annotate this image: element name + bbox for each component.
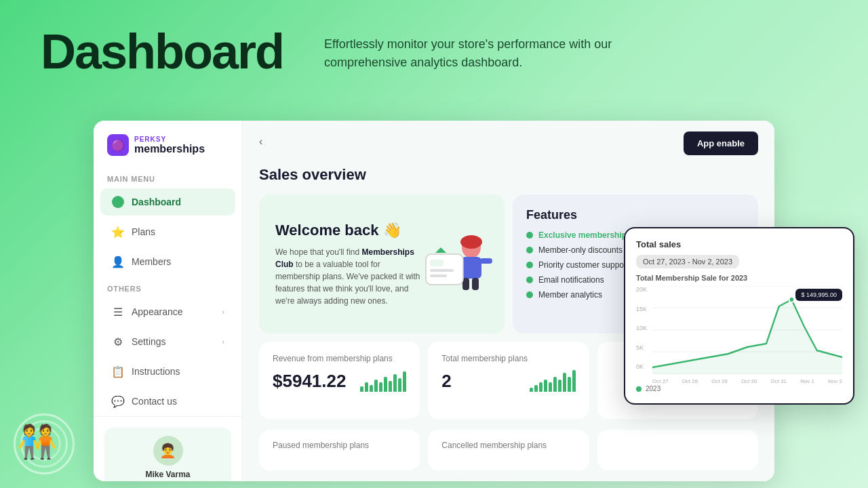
bar [370, 385, 373, 392]
paused-label: Paused membership plans [273, 441, 406, 450]
feature-dot [526, 277, 533, 283]
feature-dot [526, 232, 533, 239]
chevron-right-icon: › [222, 338, 224, 346]
bar [374, 380, 378, 392]
y-label: 0K [636, 363, 647, 370]
stat-card-paused: Paused membership plans [259, 430, 420, 470]
app-enable-button[interactable]: App enable [684, 131, 758, 155]
contact-icon: 💬 [111, 394, 125, 408]
welcome-body: We hope that you'll find Memberships Clu… [275, 246, 420, 307]
plans-chart [530, 370, 576, 392]
x-label: Oct 28 [682, 378, 698, 384]
user-section: 🧑‍🦱 Mike Varma [94, 416, 242, 481]
feature-dot [526, 262, 533, 268]
y-label: 20K [636, 286, 647, 293]
legend-text: 2023 [646, 385, 660, 392]
logo-icon: 🟣 [107, 134, 129, 156]
bar [530, 388, 533, 392]
logo-brand: PERKSY [134, 136, 205, 143]
chart-area: $ 149,995.00 20K 15K 10K 5K 0K Oct [636, 286, 842, 381]
instructions-icon: 📋 [111, 365, 125, 378]
svg-rect-6 [472, 278, 479, 290]
x-label: Oct 27 [652, 378, 669, 384]
legend-dot [636, 386, 642, 392]
logo-text: PERKSY memberships [134, 136, 205, 155]
chart-x-axis: Oct 27 Oct 28 Oct 29 Oct 30 Oct 31 Nov 1… [652, 378, 842, 384]
bar [365, 382, 368, 392]
bar [360, 386, 363, 392]
bar [403, 371, 406, 392]
page-subtitle: Effortlessly monitor your store's perfor… [324, 27, 650, 72]
stat-card-extra [597, 430, 758, 470]
sidebar-item-label: Members [132, 256, 171, 267]
appearance-icon: ☰ [111, 305, 125, 319]
svg-point-18 [789, 297, 794, 302]
sidebar-item-instructions[interactable]: 📋 Instructions [100, 358, 235, 385]
main-menu-label: MAIN MENU [94, 167, 242, 187]
bar [572, 370, 576, 392]
stat-value: $5941.22 [273, 370, 406, 392]
sidebar-item-label: Settings [132, 336, 166, 347]
feature-label: Email notifications [538, 275, 604, 285]
sidebar-item-members[interactable]: 👤 Members [100, 248, 235, 275]
sidebar-item-contact[interactable]: 💬 Contact us [100, 388, 235, 415]
bar [553, 377, 557, 392]
illustration-svg [420, 234, 495, 302]
stat-card-cancelled: Cancelled membership plans [428, 430, 589, 470]
welcome-heading: Welcome back 👋 [275, 222, 420, 239]
features-title: Features [526, 208, 745, 222]
sidebar-item-plans[interactable]: ⭐ Plans [100, 218, 235, 245]
x-label: Oct 31 [771, 378, 787, 384]
chart-sub-title: Total Membership Sale for 2023 [636, 274, 842, 282]
chart-legend: 2023 [636, 385, 842, 392]
x-label: Nov 2 [828, 378, 842, 384]
sidebar-item-label: Plans [132, 226, 155, 237]
feature-dot [526, 247, 533, 253]
bar [568, 377, 571, 392]
settings-icon: ⚙ [111, 335, 125, 348]
dashboard-icon [111, 195, 125, 209]
welcome-card: Welcome back 👋 We hope that you'll find … [259, 195, 505, 333]
plans-icon: ⭐ [111, 225, 125, 239]
sidebar-item-label: Appearance [132, 306, 183, 317]
chart-date-badge: Oct 27, 2023 - Nov 2, 2023 [636, 255, 739, 268]
chart-y-axis: 20K 15K 10K 5K 0K [636, 286, 647, 370]
revenue-chart [360, 370, 406, 392]
svg-rect-10 [430, 274, 447, 277]
collapse-sidebar-button[interactable]: ‹ [259, 136, 275, 152]
y-label: 5K [636, 344, 647, 351]
bar [539, 382, 542, 392]
sidebar-item-settings[interactable]: ⚙ Settings › [100, 328, 235, 355]
stat-label: Total membership plans [441, 354, 575, 363]
stat-value: 2 [441, 370, 575, 392]
svg-marker-17 [652, 300, 842, 374]
bar [549, 382, 552, 392]
sales-overview-title: Sales overview [243, 166, 774, 195]
page-title: Dashboard [41, 27, 283, 76]
feature-label: Member-only discounts [538, 245, 623, 255]
sidebar-item-dashboard[interactable]: Dashboard [100, 188, 235, 216]
svg-rect-8 [430, 260, 443, 266]
feature-label: Member analytics [538, 290, 602, 300]
svg-rect-4 [480, 258, 492, 264]
bar [393, 374, 397, 392]
x-label: Nov 1 [800, 378, 814, 384]
plans-value: 2 [441, 371, 451, 392]
chart-popup: Total sales Oct 27, 2023 - Nov 2, 2023 T… [624, 227, 854, 405]
svg-rect-9 [430, 269, 454, 272]
x-label: Oct 29 [711, 378, 728, 384]
topbar: ‹ App enable [243, 121, 774, 166]
logo-name: memberships [134, 143, 205, 155]
page-header: Dashboard Effortlessly monitor your stor… [0, 0, 868, 89]
y-label: 10K [636, 325, 647, 331]
sidebar-item-appearance[interactable]: ☰ Appearance › [100, 298, 235, 325]
svg-rect-2 [461, 257, 481, 279]
bar [398, 378, 401, 392]
user-card[interactable]: 🧑‍🦱 Mike Varma [104, 428, 231, 481]
members-icon: 👤 [111, 255, 125, 268]
sidebar-item-label: Instructions [132, 366, 180, 377]
svg-point-1 [460, 235, 482, 249]
bar [389, 381, 392, 392]
sidebar: 🟣 PERKSY memberships MAIN MENU Dashboard… [94, 121, 243, 481]
welcome-text: Welcome back 👋 We hope that you'll find … [275, 222, 420, 307]
